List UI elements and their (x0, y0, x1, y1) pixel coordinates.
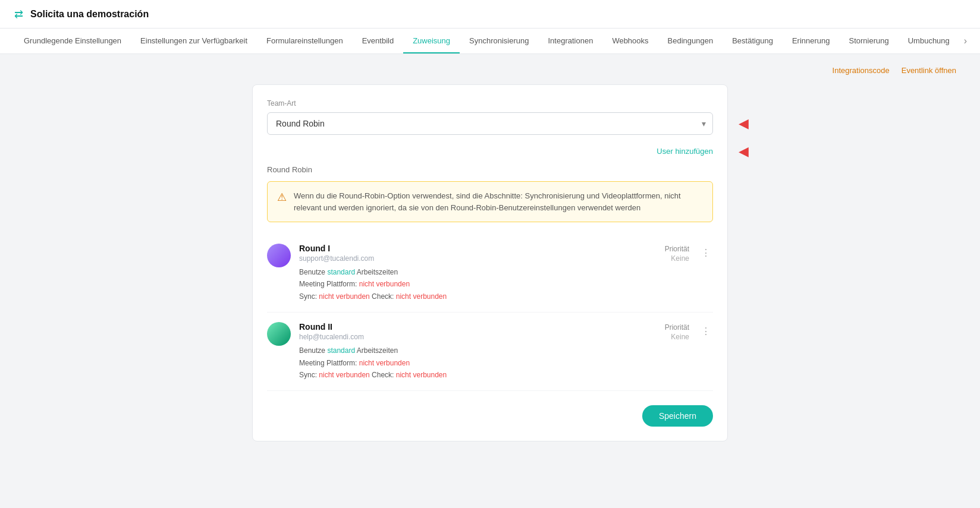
save-button[interactable]: Speichern (642, 405, 713, 427)
nav-item-erinnerung[interactable]: Erinnerung (783, 29, 840, 53)
arbeitszeiten-prefix-2: Benutze (299, 346, 327, 355)
check-link-2[interactable]: nicht verbunden (396, 371, 447, 379)
add-user-red-arrow: ◀ (739, 144, 749, 159)
user-menu-button-2[interactable]: ⋮ (699, 323, 713, 339)
team-art-label: Team-Art (267, 99, 713, 108)
round-robin-section-label: Round Robin (267, 165, 713, 174)
check-prefix-2: Check: (370, 371, 396, 379)
user-menu-button-1[interactable]: ⋮ (699, 245, 713, 261)
arbeitszeiten-link-2[interactable]: standard (327, 346, 355, 355)
priority-label-1: Priorität (665, 245, 689, 253)
top-bar: ⇄ Solicita una demostración (0, 0, 980, 29)
add-user-link[interactable]: User hinzufügen (657, 147, 713, 156)
team-art-select-wrapper: Round Robin Kollektiv Einzeln ▾ ◀ (267, 112, 713, 135)
nav-item-integrationen[interactable]: Integrationen (538, 29, 602, 53)
save-row: Speichern (267, 405, 713, 427)
priority-value-2: Keine (671, 333, 689, 341)
nav-zuweisung-wrapper: ▼ Zuweisung (403, 29, 460, 53)
nav-item-eventbild[interactable]: Eventbild (353, 29, 403, 53)
meeting-link-1[interactable]: nicht verbunden (359, 280, 410, 288)
user-meeting-round2: Meeting Plattform: nicht verbunden (299, 357, 665, 369)
add-user-row: User hinzufügen ◀ (267, 147, 713, 156)
user-priority-round1: Priorität Keine (665, 245, 689, 263)
warning-icon: ⚠ (277, 191, 287, 213)
page-title: Solicita una demostración (30, 9, 149, 20)
user-card-round2: Round II help@tucalendi.com Benutze stan… (267, 313, 713, 391)
check-link-1[interactable]: nicht verbunden (396, 292, 447, 301)
user-name-round1: Round I (299, 244, 665, 253)
assignment-card: Team-Art Round Robin Kollektiv Einzeln ▾… (252, 84, 728, 441)
user-priority-round2: Priorität Keine (665, 323, 689, 341)
priority-label-2: Priorität (665, 323, 689, 332)
user-email-round2: help@tucalendi.com (299, 333, 665, 341)
action-links: Integrationscode Eventlink öffnen (24, 66, 956, 75)
nav-item-webhooks[interactable]: Webhooks (602, 29, 658, 53)
meeting-prefix-2: Meeting Plattform: (299, 359, 359, 367)
sync-icon: ⇄ (14, 8, 23, 21)
integrationscode-link[interactable]: Integrationscode (833, 66, 890, 75)
user-sync-round2: Sync: nicht verbunden Check: nicht verbu… (299, 369, 665, 381)
priority-value-1: Keine (671, 254, 689, 263)
user-card-round1: Round I support@tucalendi.com Benutze st… (267, 234, 713, 313)
user-right-round1: Priorität Keine ⋮ (665, 245, 713, 263)
arbeitszeiten-suffix-2: Arbeitszeiten (355, 346, 398, 355)
nav-bar: Grundlegende Einstellungen Einstellungen… (0, 29, 980, 54)
nav-item-stornierung[interactable]: Stornierung (839, 29, 898, 53)
sync-prefix-2: Sync: (299, 371, 319, 379)
sync-link-1[interactable]: nicht verbunden (319, 292, 369, 301)
sync-prefix-1: Sync: (299, 292, 319, 301)
nav-item-bestatigung[interactable]: Bestätigung (723, 29, 783, 53)
user-meeting-round1: Meeting Plattform: nicht verbunden (299, 278, 665, 290)
warning-box: ⚠ Wenn du die Round-Robin-Option verwend… (267, 181, 713, 222)
meeting-link-2[interactable]: nicht verbunden (359, 359, 410, 367)
user-right-round2: Priorität Keine ⋮ (665, 323, 713, 341)
user-info-round2: Round II help@tucalendi.com Benutze stan… (299, 322, 665, 381)
nav-item-verfugbarkeit[interactable]: Einstellungen zur Verfügbarkeit (131, 29, 257, 53)
user-meta-round1: Benutze standard Arbeitszeiten Meeting P… (299, 266, 665, 302)
nav-item-grundlegende[interactable]: Grundlegende Einstellungen (14, 29, 131, 53)
eventlink-open[interactable]: Eventlink öffnen (902, 66, 956, 75)
warning-text: Wenn du die Round-Robin-Option verwendes… (294, 190, 703, 213)
team-art-select[interactable]: Round Robin Kollektiv Einzeln (267, 112, 713, 135)
meeting-prefix-1: Meeting Plattform: (299, 280, 359, 288)
nav-item-formular[interactable]: Formulareinstellungen (257, 29, 353, 53)
user-name-round2: Round II (299, 322, 665, 332)
check-prefix-1: Check: (370, 292, 396, 301)
nav-item-zuweisung[interactable]: Zuweisung (403, 29, 460, 53)
user-arbeitszeiten-round2: Benutze standard Arbeitszeiten (299, 345, 665, 356)
nav-item-umbuchung[interactable]: Umbuchung (899, 29, 959, 53)
avatar-round1 (267, 244, 291, 267)
user-sync-round1: Sync: nicht verbunden Check: nicht verbu… (299, 291, 665, 302)
user-meta-round2: Benutze standard Arbeitszeiten Meeting P… (299, 345, 665, 381)
user-arbeitszeiten-round1: Benutze standard Arbeitszeiten (299, 266, 665, 278)
arbeitszeiten-suffix-1: Arbeitszeiten (355, 268, 398, 276)
avatar-round2 (267, 322, 291, 346)
nav-item-bedingungen[interactable]: Bedingungen (658, 29, 723, 53)
nav-more-button[interactable]: › (959, 29, 972, 53)
sync-link-2[interactable]: nicht verbunden (319, 371, 369, 379)
user-info-round1: Round I support@tucalendi.com Benutze st… (299, 244, 665, 302)
user-email-round1: support@tucalendi.com (299, 254, 665, 263)
main-content: Integrationscode Eventlink öffnen Team-A… (0, 54, 980, 505)
select-red-arrow: ◀ (739, 116, 749, 131)
arbeitszeiten-prefix-1: Benutze (299, 268, 327, 276)
nav-item-synchronisierung[interactable]: Synchronisierung (460, 29, 538, 53)
arbeitszeiten-link-1[interactable]: standard (327, 268, 355, 276)
